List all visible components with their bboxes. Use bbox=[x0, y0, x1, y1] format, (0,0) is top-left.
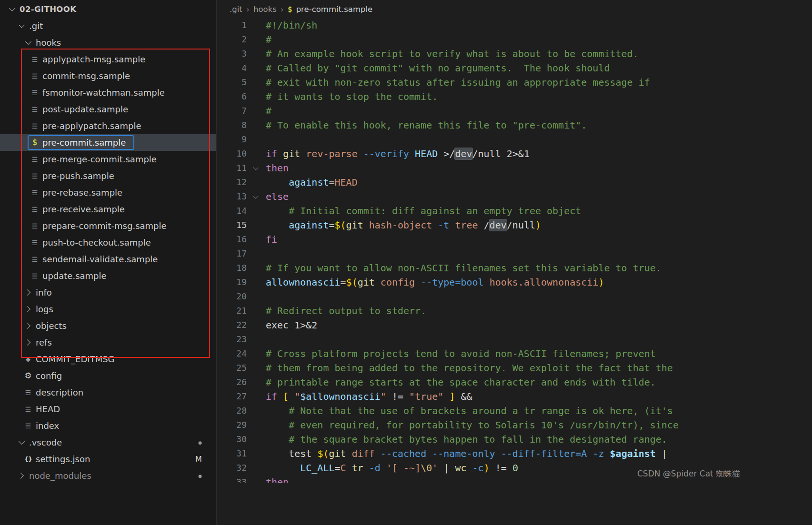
code-token bbox=[381, 462, 386, 474]
code-token: C bbox=[341, 462, 346, 474]
tree-item[interactable]: COMMIT_EDITMSG bbox=[0, 351, 216, 367]
tree-item[interactable]: pre-push.sample bbox=[0, 168, 216, 184]
code-line[interactable]: 25 # them from being added to the reposi… bbox=[217, 361, 812, 375]
code-line[interactable]: 24 # Cross platform projects tend to avo… bbox=[217, 347, 812, 361]
code-line[interactable]: 1 #!/bin/sh bbox=[217, 18, 812, 32]
code-line[interactable]: 2 # bbox=[217, 32, 812, 47]
tree-item[interactable]: refs bbox=[0, 334, 216, 351]
code-line[interactable]: 19 allownonascii=$(git config --type=boo… bbox=[217, 275, 812, 289]
code-line[interactable]: 20 bbox=[217, 289, 812, 304]
line-number: 16 bbox=[217, 232, 247, 247]
tree-item[interactable]: prepare-commit-msg.sample bbox=[0, 218, 216, 234]
code-token: LC_ALL bbox=[300, 462, 334, 474]
tree-item[interactable]: sendemail-validate.sample bbox=[0, 251, 216, 267]
tree-item[interactable]: pre-commit.sample bbox=[0, 134, 216, 151]
code-line[interactable]: 23 bbox=[217, 332, 812, 347]
line-number: 18 bbox=[217, 261, 247, 275]
breadcrumb-item-hooks[interactable]: hooks bbox=[253, 5, 277, 14]
code-line[interactable]: 31 test $(git diff --cached --name-only … bbox=[217, 446, 812, 461]
watermark: CSDN @Spider Cat 蜘蛛猫 bbox=[637, 468, 740, 479]
code-line[interactable]: 5 # exit with non-zero status after issu… bbox=[217, 75, 812, 89]
code-line[interactable]: 29 # even required, for portability to S… bbox=[217, 418, 812, 432]
tree-item[interactable]: .git bbox=[0, 18, 216, 34]
file-icon bbox=[23, 421, 33, 431]
code-line[interactable]: 6 # it wants to stop the commit. bbox=[217, 89, 812, 104]
fold-gutter bbox=[247, 247, 266, 261]
code-token bbox=[375, 277, 381, 288]
tree-item[interactable]: fsmonitor-watchman.sample bbox=[0, 84, 216, 101]
code-token bbox=[266, 219, 289, 231]
code-line[interactable]: 15 against=$(git hash-object -t tree /de… bbox=[217, 218, 812, 232]
breadcrumb-file[interactable]: pre-commit.sample bbox=[296, 5, 373, 14]
code-line[interactable]: 13 else bbox=[217, 189, 812, 204]
tree-item[interactable]: info bbox=[0, 284, 216, 301]
code-line[interactable]: 18 # If you want to allow non-ASCII file… bbox=[217, 261, 812, 275]
tree-item[interactable]: settings.json M bbox=[0, 451, 216, 467]
tree-item[interactable]: pre-merge-commit.sample bbox=[0, 151, 216, 168]
code-text: # Note that the use of brackets around a… bbox=[266, 404, 673, 418]
code-line[interactable]: 7 # bbox=[217, 104, 812, 118]
code-line[interactable]: 22 exec 1>&2 bbox=[217, 318, 812, 332]
fold-gutter bbox=[247, 61, 266, 75]
breadcrumb-item-git[interactable]: .git bbox=[230, 5, 242, 14]
tree-item[interactable]: push-to-checkout.sample bbox=[0, 234, 216, 251]
file-icon bbox=[30, 254, 40, 265]
tree-item[interactable]: config bbox=[0, 367, 216, 384]
code-line[interactable]: 3 # An example hook script to verify wha… bbox=[217, 47, 812, 61]
tree-item[interactable]: logs bbox=[0, 301, 216, 317]
code-line[interactable]: 16 fi bbox=[217, 232, 812, 247]
tree-item[interactable]: hooks bbox=[0, 34, 216, 51]
code-line[interactable]: 30 # the square bracket bytes happen to … bbox=[217, 432, 812, 446]
tree-item[interactable]: index bbox=[0, 417, 216, 434]
tree-item[interactable]: .vscode ● bbox=[0, 434, 216, 451]
fold-chevron-icon[interactable] bbox=[247, 189, 266, 204]
chevron-down-icon bbox=[16, 437, 27, 448]
tree-item[interactable]: description bbox=[0, 384, 216, 401]
tree-item[interactable]: update.sample bbox=[0, 267, 216, 284]
shell-icon bbox=[30, 138, 40, 148]
code-line[interactable]: 17 bbox=[217, 247, 812, 261]
tree-item[interactable]: applypatch-msg.sample bbox=[0, 51, 216, 68]
code-text: # Called by "git commit" with no argumen… bbox=[266, 61, 610, 75]
code-token bbox=[495, 448, 501, 459]
code-line[interactable]: 8 # To enable this hook, rename this fil… bbox=[217, 118, 812, 132]
code-line[interactable]: 10 if git rev-parse --verify HEAD >/dev/… bbox=[217, 147, 812, 161]
tree-item[interactable]: HEAD bbox=[0, 401, 216, 417]
tree-item[interactable]: commit-msg.sample bbox=[0, 68, 216, 84]
code-line[interactable]: 9 bbox=[217, 132, 812, 147]
tree-item-label: hooks bbox=[36, 38, 61, 48]
tree-item-label: description bbox=[36, 387, 83, 397]
tree-item[interactable]: 02-GITHOOK bbox=[0, 1, 216, 18]
code-token: -d bbox=[369, 462, 381, 474]
tree-item[interactable]: pre-receive.sample bbox=[0, 201, 216, 218]
fold-gutter bbox=[247, 347, 266, 361]
code-line[interactable]: 27 if [ "$allownonascii" != "true" ] && bbox=[217, 389, 812, 404]
code-line[interactable]: 12 against=HEAD bbox=[217, 175, 812, 189]
code-line[interactable]: 11 then bbox=[217, 161, 812, 175]
line-number: 27 bbox=[217, 389, 247, 404]
tree-item[interactable]: objects bbox=[0, 317, 216, 334]
tree-item[interactable]: pre-rebase.sample bbox=[0, 184, 216, 201]
tree-item[interactable]: node_modules ● bbox=[0, 467, 216, 484]
tree-item-label: sendemail-validate.sample bbox=[42, 254, 158, 264]
tree-item[interactable]: pre-applypatch.sample bbox=[0, 118, 216, 134]
code-token: git bbox=[346, 219, 363, 231]
tree-item-label: index bbox=[36, 421, 59, 431]
code-area[interactable]: 1 #!/bin/sh 2 # 3 # An example hook scri… bbox=[217, 18, 812, 483]
code-token bbox=[426, 448, 432, 459]
code-line[interactable]: 21 # Redirect output to stderr. bbox=[217, 304, 812, 318]
fold-gutter bbox=[247, 132, 266, 147]
code-token: against bbox=[289, 177, 329, 188]
tree-item-label: objects bbox=[36, 321, 67, 331]
code-line[interactable]: 26 # printable range starts at the space… bbox=[217, 375, 812, 389]
code-token bbox=[277, 391, 283, 402]
code-line[interactable]: 28 # Note that the use of brackets aroun… bbox=[217, 404, 812, 418]
code-line[interactable]: 14 # Initial commit: diff against an emp… bbox=[217, 204, 812, 218]
code-line[interactable]: 4 # Called by "git commit" with no argum… bbox=[217, 61, 812, 75]
fold-chevron-icon[interactable] bbox=[247, 161, 266, 175]
code-token: dev bbox=[455, 148, 472, 159]
code-token: " bbox=[294, 391, 300, 402]
tree-item[interactable]: post-update.sample bbox=[0, 101, 216, 118]
code-token bbox=[363, 219, 369, 231]
code-text: exec 1>&2 bbox=[266, 318, 317, 332]
